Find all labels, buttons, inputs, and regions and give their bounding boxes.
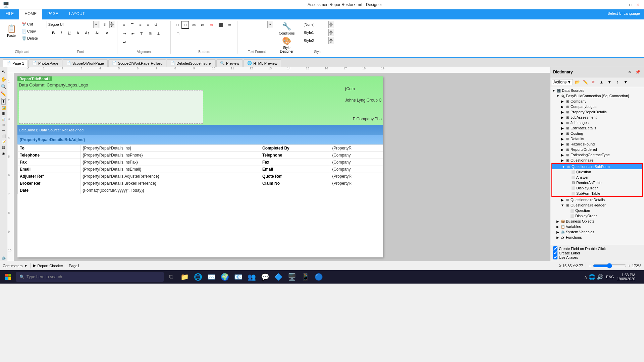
- align-left-button[interactable]: ≡: [121, 21, 127, 29]
- tree-item-questionnairesubform[interactable]: ▼ ⊞ QuestionnaireSubForm: [552, 164, 642, 169]
- tree-item-questionnaireheader[interactable]: ▼ ⊞ QuestionnaireHeader: [551, 202, 643, 208]
- border-style-button[interactable]: ▭: [199, 21, 207, 29]
- tab-preview[interactable]: 🔍 Preview: [216, 59, 243, 67]
- select-ui-language[interactable]: Select UI Language: [603, 9, 644, 19]
- tool-hand[interactable]: ✋: [0, 76, 7, 82]
- tree-item-reportsordered[interactable]: ▶ ⊞ ReportsOrdered: [551, 147, 643, 152]
- tab-page[interactable]: PAGE: [42, 9, 63, 19]
- dict-more-button[interactable]: ▼: [622, 78, 629, 86]
- style1-down[interactable]: ▼: [329, 33, 333, 36]
- tab-scopeofworkpage[interactable]: 📄 ScopeOfWorkPage: [63, 59, 108, 67]
- valign-top-button[interactable]: ⊤: [138, 29, 146, 38]
- outdent-button[interactable]: ⇤: [129, 29, 137, 38]
- tab-photospage[interactable]: 📄 PhotosPage: [29, 59, 62, 67]
- shadow-button[interactable]: ◻: [174, 29, 182, 38]
- style2-down[interactable]: ▼: [329, 41, 333, 44]
- font-size-spin[interactable]: ▲ ▼: [100, 21, 114, 28]
- tree-item-questionnaire[interactable]: ▶ ⊞ Questionnaire: [551, 158, 643, 163]
- actions-dropdown[interactable]: Actions ▼: [552, 79, 573, 85]
- clear-format-button[interactable]: ✕: [103, 29, 111, 37]
- easybuild-expand[interactable]: ▼: [556, 94, 560, 98]
- tree-item-defaults[interactable]: ▶ ⊞ Defaults: [551, 136, 643, 141]
- font-size-up[interactable]: ▲: [110, 21, 114, 24]
- create-label-checkbox[interactable]: [553, 251, 557, 255]
- tool-chart[interactable]: 📊: [1, 117, 6, 122]
- align-right-button[interactable]: ≡: [137, 21, 144, 29]
- app1-button[interactable]: 🔷: [272, 270, 284, 284]
- tool-shape[interactable]: ⬜: [1, 134, 6, 139]
- tree-item-hazardsfound[interactable]: ▶ ⊞ HazardsFound: [551, 141, 643, 147]
- create-label-label[interactable]: Create Label: [553, 251, 641, 255]
- estimatingcontracttype-expand[interactable]: ▶: [560, 153, 565, 157]
- style-none-input[interactable]: [302, 21, 329, 28]
- questionnairesubform-expand[interactable]: ▼: [561, 165, 566, 169]
- create-field-label[interactable]: Create Field on Double Click: [553, 246, 641, 251]
- tab-home[interactable]: HOME: [19, 9, 42, 19]
- unit-selector[interactable]: Centimeters ▼: [3, 264, 28, 268]
- style2-combo[interactable]: ▲ ▼: [302, 37, 333, 44]
- tab-scopeofworkpage-hollard[interactable]: 📄 ScopeOfWorkPage-Hollard: [108, 59, 166, 67]
- align-justify-button[interactable]: ≡: [145, 21, 151, 29]
- zoom-in-button[interactable]: +: [628, 263, 631, 268]
- tool-richtext[interactable]: 📝: [1, 139, 6, 144]
- tab-layout[interactable]: LAYOUT: [64, 9, 90, 19]
- estimatedetails-expand[interactable]: ▶: [560, 126, 565, 130]
- questionnaireheader-expand[interactable]: ▼: [560, 203, 565, 207]
- border-width-button[interactable]: ═: [226, 21, 233, 29]
- tray-volume-icon[interactable]: 🔊: [597, 274, 603, 280]
- tool-image[interactable]: 🖼️: [1, 105, 6, 110]
- cut-button[interactable]: ✂️ Cut: [19, 21, 40, 27]
- underline-button[interactable]: U: [65, 29, 73, 37]
- border-outer-button[interactable]: □: [181, 21, 189, 29]
- tree-item-variables[interactable]: ▶ 📋 Variables: [551, 224, 643, 229]
- variables-expand[interactable]: ▶: [556, 225, 560, 229]
- tool-line[interactable]: ─: [2, 128, 5, 133]
- businessobjects-expand[interactable]: ▶: [556, 220, 560, 223]
- questionnairedetails-expand[interactable]: ▶: [560, 198, 565, 202]
- dict-undock-button[interactable]: 📌: [634, 68, 641, 76]
- font-grow-button[interactable]: A↑: [83, 29, 92, 37]
- style1-combo[interactable]: ▲ ▼: [302, 29, 333, 36]
- style-none-combo[interactable]: ▲ ▼: [302, 21, 333, 28]
- tool-text[interactable]: T: [1, 98, 6, 105]
- dict-edit-button[interactable]: ✏️: [582, 78, 589, 86]
- tree-item-question1[interactable]: ⬜ Question: [552, 169, 642, 175]
- dict-down-button[interactable]: ▼: [606, 78, 613, 86]
- maximize-button[interactable]: □: [627, 1, 634, 8]
- task-view-button[interactable]: ⧉: [165, 270, 177, 284]
- dict-delete-button[interactable]: ✕: [590, 78, 597, 86]
- tree-item-company[interactable]: ▶ ⊞ Company: [551, 99, 643, 104]
- tree-item-companylogos[interactable]: ▶ ⊞ CompanyLogos: [551, 104, 643, 109]
- propertyrepairdetails-expand[interactable]: ▶: [560, 110, 565, 114]
- minimize-button[interactable]: ─: [620, 1, 627, 8]
- use-aliases-checkbox[interactable]: [553, 255, 557, 259]
- tool-barcode[interactable]: |||: [2, 111, 6, 116]
- search-bar[interactable]: 🔍: [16, 272, 164, 282]
- start-button[interactable]: [1, 270, 15, 284]
- tree-item-jobimages[interactable]: ▶ ⊞ JobImages: [551, 120, 643, 125]
- text-format-dropdown[interactable]: ▼: [268, 21, 273, 28]
- tree-item-costing[interactable]: ▶ ⊞ Costing: [551, 131, 643, 136]
- tree-item-question2[interactable]: ⬜ Question: [551, 208, 643, 213]
- tree-item-renderastable[interactable]: ☑ RenderAsTable: [552, 180, 642, 185]
- valign-bottom-button[interactable]: ⊥: [155, 29, 163, 38]
- copy-button[interactable]: 📄 Copy: [19, 28, 40, 35]
- systemvariables-expand[interactable]: ▶: [556, 230, 560, 234]
- paste-button[interactable]: 📋 Paste: [4, 21, 19, 41]
- tree-item-displayorder2[interactable]: ⬜ DisplayOrder: [551, 213, 643, 219]
- border-color-button[interactable]: ▭: [207, 21, 215, 29]
- style1-up[interactable]: ▲: [329, 29, 333, 33]
- font-color-button[interactable]: A: [74, 29, 81, 37]
- tab-page1[interactable]: 📄 Page 1: [3, 59, 28, 67]
- canvas-container[interactable]: 0 1 2 3 4 5 6 7 8 9 10 11 12 13 14 15 16…: [7, 67, 550, 261]
- dict-close-button[interactable]: ✕: [626, 68, 633, 76]
- conditions-button[interactable]: 🔧 Conditions: [279, 21, 294, 36]
- font-size-down[interactable]: ▼: [110, 24, 114, 28]
- create-field-checkbox[interactable]: [553, 246, 557, 251]
- app2-button[interactable]: 📱: [299, 270, 311, 284]
- text-format-combo[interactable]: Text Format ▼: [241, 21, 273, 28]
- tree-item-answer[interactable]: ⬜ Answer: [552, 175, 642, 180]
- tree-item-estimatingcontracttype[interactable]: ▶ ⊞ EstimatingContractType: [551, 152, 643, 158]
- report-checker[interactable]: ▶ Report Checker: [33, 263, 63, 268]
- tree-item-subformtable[interactable]: ⬜ SubFormTable: [552, 191, 642, 196]
